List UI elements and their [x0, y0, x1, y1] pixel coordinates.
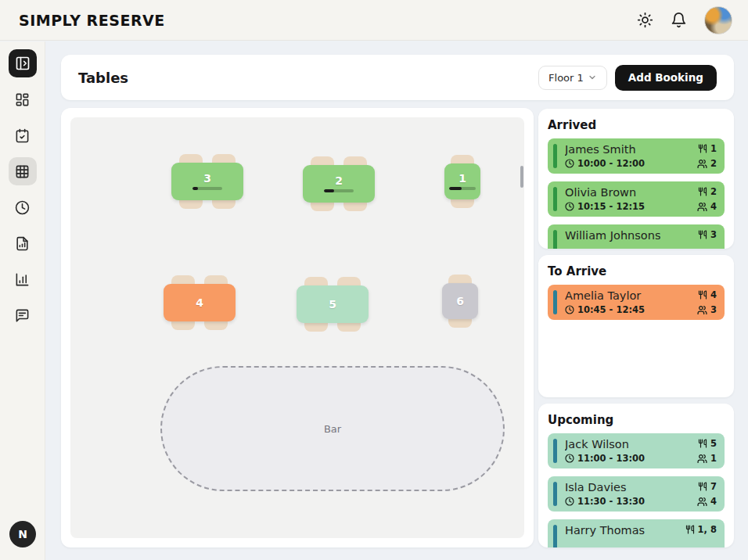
floor-table[interactable]: 4 [164, 284, 236, 321]
booking-time: 11:30 - 13:30 [577, 496, 645, 507]
booking-time: 10:45 - 12:45 [577, 304, 645, 315]
booking-time: 10:15 - 12:15 [577, 201, 645, 212]
guest-name: Isla Davies [565, 481, 645, 494]
clock-icon [565, 497, 574, 506]
floor-select-dropdown[interactable]: Floor 1 [538, 66, 607, 90]
booking-list: Amelia Taylor 10:45 - 12:45 4 3 [548, 285, 725, 320]
utensils-icon [685, 525, 695, 534]
booking-table-row: 4 [698, 289, 717, 300]
utensils-icon [698, 187, 707, 196]
status-accent-bar [553, 290, 557, 314]
floor-table[interactable]: 2 [303, 165, 375, 203]
guests-icon [697, 159, 707, 169]
booking-time: 10:00 - 12:00 [577, 158, 645, 169]
sidebar: N [0, 41, 45, 560]
booking-guests-row: 4 [697, 201, 717, 212]
panel-title: Arrived [548, 118, 725, 132]
booking-table-row: 1, 8 [685, 524, 717, 535]
add-booking-button[interactable]: Add Booking [615, 65, 717, 91]
booking-card[interactable]: James Smith 10:00 - 12:00 1 2 [548, 138, 725, 174]
sidebar-item-dashboard-icon[interactable] [9, 85, 37, 113]
guest-count: 3 [710, 304, 717, 315]
booking-table-row: 7 [698, 481, 717, 492]
sidebar-item-floor-grid-icon[interactable] [9, 157, 37, 185]
user-avatar[interactable] [704, 6, 732, 34]
booking-time-row: 10:45 - 12:45 [565, 304, 645, 315]
booking-table-row: 5 [698, 438, 717, 449]
booking-time: 11:00 - 13:00 [577, 453, 645, 464]
clock-icon [565, 159, 574, 168]
guest-name: James Smith [565, 143, 645, 156]
booking-time-row: 11:00 - 13:00 [565, 453, 645, 464]
status-accent-bar [553, 230, 557, 249]
booking-time-row: 11:30 - 13:30 [565, 496, 645, 507]
table-label: 1 [459, 173, 466, 184]
guest-count: 4 [710, 496, 717, 507]
user-initial-avatar[interactable]: N [9, 521, 36, 547]
table-number: 1, 8 [698, 524, 717, 535]
booking-card[interactable]: Amelia Taylor 10:45 - 12:45 4 3 [548, 285, 725, 320]
guest-name: Jack Wilson [565, 438, 645, 451]
table-shape: 3 [171, 163, 243, 200]
table-shape: 1 [444, 163, 480, 199]
status-accent-bar [553, 187, 557, 211]
floor-table[interactable]: 3 [171, 163, 243, 200]
table-label: 5 [329, 299, 336, 310]
booking-card[interactable]: Isla Davies 11:30 - 13:30 7 4 [548, 476, 725, 512]
theme-toggle-sun-icon[interactable] [637, 12, 653, 28]
booking-card[interactable]: William Johnsons 3 [548, 224, 725, 249]
booking-guests-row: 4 [697, 496, 717, 507]
floor-plan-card: Bar 3 2 1 [61, 108, 534, 547]
table-number: 4 [710, 289, 717, 300]
booking-table-row: 3 [698, 229, 717, 240]
utensils-icon [698, 230, 707, 239]
table-progress-bar [449, 187, 476, 190]
guests-icon [697, 454, 707, 464]
booking-table-row: 2 [698, 186, 717, 197]
table-number: 1 [710, 143, 717, 154]
app-title: SIMPLY RESERVE [19, 12, 165, 29]
status-accent-bar [553, 144, 557, 168]
page-title: Tables [78, 70, 128, 86]
booking-panel: Arrived James Smith 10:00 - 12:00 1 2 Ol… [538, 109, 734, 249]
utensils-icon [698, 144, 707, 153]
right-panel: Arrived James Smith 10:00 - 12:00 1 2 Ol… [538, 109, 734, 554]
sidebar-item-report-document-icon[interactable] [9, 229, 37, 257]
sidebar-item-calendar-check-icon[interactable] [9, 121, 37, 149]
booking-card[interactable]: Olivia Brown 10:15 - 12:15 2 4 [548, 181, 725, 217]
clock-icon [565, 305, 574, 314]
sidebar-item-bar-chart-icon[interactable] [9, 265, 37, 293]
booking-card[interactable]: Jack Wilson 11:00 - 13:00 5 1 [548, 433, 725, 468]
header-actions [637, 6, 732, 34]
clock-icon [565, 202, 574, 211]
status-accent-bar [553, 482, 557, 506]
table-number: 2 [710, 186, 717, 197]
app-header: SIMPLY RESERVE [0, 0, 748, 41]
collapse-sidebar-icon[interactable] [9, 49, 37, 77]
floor-table[interactable]: 1 [444, 163, 480, 199]
booking-card[interactable]: Harry Thomas 1, 8 [548, 519, 725, 547]
booking-guests-row: 1 [697, 453, 717, 464]
map-scrollbar[interactable] [520, 166, 523, 188]
floor-table[interactable]: 6 [442, 283, 478, 319]
booking-time-row: 10:15 - 12:15 [565, 201, 645, 212]
utensils-icon [698, 482, 707, 491]
sidebar-item-messages-icon[interactable] [9, 301, 37, 329]
status-accent-bar [553, 439, 557, 463]
guest-name: Olivia Brown [565, 186, 645, 199]
floor-select-label: Floor 1 [548, 72, 584, 84]
clock-icon [565, 454, 574, 463]
table-number: 3 [710, 229, 717, 240]
chevron-down-icon [588, 73, 597, 82]
panel-title: Upcoming [548, 413, 725, 427]
table-progress-bar [192, 187, 222, 190]
guests-icon [697, 202, 707, 212]
utensils-icon [698, 290, 707, 300]
table-label: 4 [196, 297, 203, 308]
bar-label: Bar [324, 423, 341, 435]
floor-plan-map: Bar 3 2 1 [70, 117, 524, 538]
sidebar-item-clock-icon[interactable] [9, 193, 37, 221]
guests-icon [697, 305, 707, 315]
notifications-bell-icon[interactable] [671, 12, 687, 28]
floor-table[interactable]: 5 [297, 285, 369, 323]
